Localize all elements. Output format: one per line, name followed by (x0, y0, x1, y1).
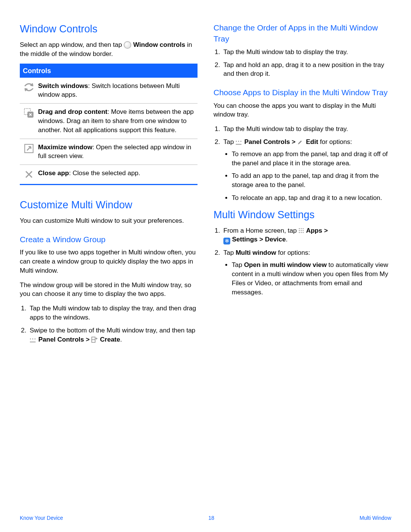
right-column: Change the Order of Apps in the Multi Wi… (213, 22, 391, 349)
create-group-icon (91, 336, 98, 343)
apps-grid-icon (298, 228, 304, 233)
window-control-circle-icon (124, 41, 131, 49)
svg-point-13 (236, 141, 237, 142)
change-order-steps: Tap the Multi window tab to display the … (213, 48, 391, 78)
create-group-steps: Tap the Multi window tab to display the … (20, 304, 198, 344)
settings-steps: From a Home screen, tap Apps > ✻ Setting… (213, 226, 391, 297)
list-item: To remove an app from the panel, tap and… (232, 150, 391, 168)
panel-controls-icon (236, 139, 242, 145)
customize-text: You can customize Multi window to suit y… (20, 216, 198, 225)
controls-table-header: Controls (20, 65, 198, 77)
svg-point-6 (30, 341, 31, 342)
footer-right: Multi Window (360, 514, 391, 522)
controls-table: Controls Switch windows: Switch location… (20, 64, 198, 185)
list-item: Tap Panel Controls > Edit for options: T… (222, 137, 391, 203)
heading-choose-apps: Choose Apps to Display in the Multi Wind… (213, 87, 391, 98)
heading-window-controls: Window Controls (20, 22, 198, 37)
footer-page-number: 18 (208, 514, 214, 522)
list-item: From a Home screen, tap Apps > ✻ Setting… (222, 226, 391, 245)
choose-apps-text: You can choose the apps you want to disp… (213, 101, 391, 120)
svg-point-18 (238, 144, 239, 145)
svg-point-8 (32, 341, 33, 342)
svg-point-7 (31, 341, 32, 342)
table-row: Switch windows: Switch locations between… (20, 78, 198, 104)
create-group-p2: The window group will be stored in the M… (20, 281, 198, 299)
svg-point-5 (35, 338, 36, 339)
list-item: Tap the Multi window tab to display the … (222, 125, 391, 134)
left-column: Window Controls Select an app window, an… (20, 22, 198, 349)
svg-point-10 (35, 341, 36, 342)
footer-left: Know Your Device (20, 514, 63, 522)
svg-point-16 (236, 144, 237, 145)
settings-gear-icon: ✻ (223, 238, 230, 244)
svg-point-4 (32, 338, 33, 339)
list-item: Tap Multi window for options: Tap Open i… (222, 248, 391, 297)
svg-point-17 (237, 144, 238, 145)
svg-point-9 (33, 341, 35, 342)
list-item: To relocate an app, tap and drag it to a… (232, 193, 391, 203)
maximize-icon (22, 143, 36, 154)
list-item: Tap Open in multi window view to automat… (232, 260, 391, 297)
svg-point-14 (238, 141, 239, 142)
page-footer: Know Your Device 18 Multi Window (0, 514, 411, 522)
table-row: Maximize window: Open the selected app w… (20, 139, 198, 165)
svg-point-19 (239, 144, 241, 145)
choose-apps-steps: Tap the Multi window tab to display the … (213, 125, 391, 203)
window-controls-intro: Select an app window, and then tap Windo… (20, 40, 198, 59)
heading-create-group: Create a Window Group (20, 234, 198, 245)
heading-customize: Customize Multi Window (20, 198, 198, 212)
svg-point-20 (241, 144, 242, 145)
close-icon (22, 169, 36, 180)
list-item: Tap the Multi window tab to display the … (28, 304, 198, 322)
drag-drop-icon (22, 107, 36, 119)
edit-pencil-icon (297, 139, 304, 145)
list-item: Tap and hold an app, drag it to a new po… (222, 61, 391, 79)
heading-multi-window-settings: Multi Window Settings (213, 208, 391, 222)
svg-point-15 (241, 141, 242, 142)
switch-windows-icon (22, 81, 36, 93)
list-item: To add an app to the panel, tap and drag… (232, 171, 391, 190)
heading-change-order: Change the Order of Apps in the Multi Wi… (213, 22, 391, 45)
table-row: Close app: Close the selected app. (20, 165, 198, 184)
table-row: Drag and drop content: Move items betwee… (20, 104, 198, 139)
list-item: Swipe to the bottom of the Multi window … (28, 326, 198, 344)
create-group-p1: If you like to use two apps together in … (20, 248, 198, 275)
svg-point-3 (30, 338, 31, 339)
panel-controls-icon (30, 336, 37, 343)
list-item: Tap the Multi window tab to display the … (222, 48, 391, 57)
